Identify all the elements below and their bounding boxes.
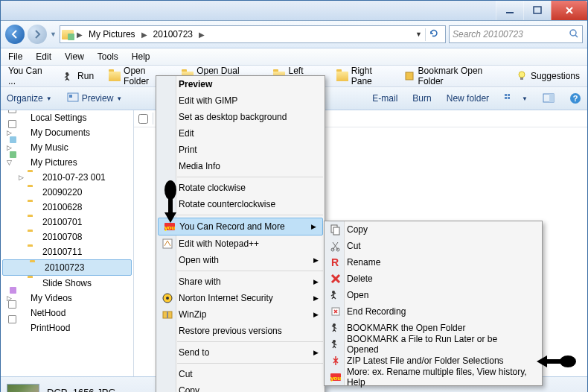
menu-item[interactable]: Media Info	[156, 158, 325, 174]
close-button[interactable]	[551, 1, 587, 20]
menu-item[interactable]: Print	[156, 142, 325, 158]
svg-rect-4	[406, 72, 413, 80]
menu-item[interactable]: WinZip▶	[156, 306, 325, 323]
menu-item[interactable]: Cut	[325, 238, 542, 254]
history-dropdown-icon[interactable]: ▼	[50, 31, 57, 38]
tree-item[interactable]: ▷My Documents	[1, 125, 133, 140]
menu-item[interactable]: Rotate counterclockwise	[156, 196, 325, 212]
menu-item[interactable]: Open	[325, 287, 542, 303]
breadcrumb-seg-2[interactable]: 20100723	[150, 27, 196, 42]
menu-item[interactable]: youYou Can Record and More▶	[158, 218, 323, 235]
svg-rect-14	[549, 94, 554, 102]
tree-item[interactable]: PrintHood	[1, 320, 133, 335]
newfolder-button[interactable]: New folder	[447, 93, 489, 104]
wz-icon	[161, 308, 174, 321]
expand-twisty-icon[interactable]: ▷	[17, 174, 25, 181]
annotation-arrow-2	[535, 353, 577, 370]
menu-item-label: Edit with GIMP	[179, 95, 237, 106]
tree-item[interactable]: Slide Shows	[1, 276, 133, 291]
svg-rect-10	[508, 94, 510, 96]
tree-item[interactable]: ▽My Pictures	[1, 155, 133, 170]
more-icon: you	[329, 370, 342, 384]
folder-icon	[16, 127, 28, 138]
tree-item[interactable]: 20090220	[1, 185, 133, 200]
menu-item[interactable]: Copy	[325, 221, 542, 238]
menu-item-label: Open	[347, 290, 368, 300]
address-bar[interactable]: ▶ My Pictures ▶ 20100723 ▶ ▼	[60, 25, 446, 43]
menu-item[interactable]: Edit with Notepad++	[156, 235, 325, 252]
tree-item[interactable]: NetHood	[1, 306, 133, 320]
tree-item[interactable]: 20100628	[1, 200, 133, 215]
menu-help[interactable]: Help	[132, 51, 150, 62]
menu-tools[interactable]: Tools	[98, 51, 118, 62]
breadcrumb-separator-icon[interactable]: ▶	[140, 31, 149, 39]
toolbar-suggestions[interactable]: Suggestions	[513, 69, 583, 83]
menu-item[interactable]: BOOKMARK a File to Run Later or be Opene…	[325, 336, 542, 353]
menu-item[interactable]: Copy	[156, 382, 325, 392]
menu-item[interactable]: End Recording	[325, 303, 542, 320]
tree-item[interactable]: ▷My Videos	[1, 291, 133, 306]
menu-item[interactable]: Preview	[156, 76, 325, 92]
svg-text:?: ?	[573, 94, 578, 103]
menu-item-label: Copy	[179, 385, 199, 392]
breadcrumb-separator-icon[interactable]: ▶	[75, 31, 84, 39]
folder-tree[interactable]: Local Settings▷My Documents▷My Music▽My …	[1, 110, 134, 376]
forward-button[interactable]	[28, 25, 47, 44]
menu-item[interactable]: youMore: ex. Rename multiple files, View…	[325, 369, 542, 385]
tree-item-label: NetHood	[31, 308, 65, 318]
search-input[interactable]: Search 20100723	[449, 25, 583, 43]
toolbar-rightpane[interactable]: Right Pane	[333, 64, 392, 88]
menu-item[interactable]: Cut	[156, 366, 325, 382]
email-button[interactable]: E-mail	[372, 93, 397, 104]
tree-item[interactable]: 20100708	[1, 230, 133, 244]
toolbar-run[interactable]: Run	[60, 69, 97, 83]
expand-twisty-icon[interactable]: ▽	[5, 159, 13, 166]
help-button[interactable]: ?	[569, 92, 581, 104]
menu-item[interactable]: Rotate clockwise	[156, 180, 325, 196]
menu-item[interactable]: Open with▶	[156, 252, 325, 268]
file-thumbnail	[7, 384, 39, 393]
expand-twisty-icon[interactable]: ▷	[5, 129, 13, 136]
menu-item[interactable]: Delete	[325, 271, 542, 287]
tree-item[interactable]: ▷2010-07-23 001	[1, 170, 133, 185]
preview-pane-button[interactable]	[543, 93, 555, 104]
menu-edit[interactable]: Edit	[36, 51, 51, 62]
address-dropdown-icon[interactable]: ▼	[415, 31, 422, 38]
menu-item-label: You Can Record and More	[179, 221, 285, 232]
folder-icon	[109, 70, 121, 82]
refresh-button[interactable]	[425, 28, 442, 41]
menu-item[interactable]: Norton Internet Security▶	[156, 290, 325, 306]
menu-item[interactable]: Edit with GIMP	[156, 92, 325, 109]
burn-button[interactable]: Burn	[412, 93, 431, 104]
menu-item[interactable]: Edit	[156, 125, 325, 142]
menu-item[interactable]: Share with▶	[156, 274, 325, 290]
preview-button[interactable]: Preview ▼	[67, 92, 123, 105]
expand-twisty-icon[interactable]: ▷	[5, 144, 13, 151]
folder-icon	[16, 113, 28, 123]
menu-item[interactable]: Restore previous versions	[156, 323, 325, 339]
tree-item[interactable]: ▷My Music	[1, 140, 133, 155]
menu-item[interactable]: Send to▶	[156, 344, 325, 361]
tree-item[interactable]: 20100711	[1, 244, 133, 259]
breadcrumb-separator-icon[interactable]: ▶	[197, 31, 206, 39]
maximize-button[interactable]	[523, 1, 551, 20]
tree-item-label: 20100701	[42, 217, 82, 227]
tree-item[interactable]: 20100723	[2, 259, 132, 276]
menu-file[interactable]: File	[8, 51, 22, 62]
breadcrumb-seg-1[interactable]: My Pictures	[86, 27, 138, 42]
toolbar-youcan[interactable]: You Can ...	[5, 64, 51, 88]
menu-item[interactable]: RRename	[325, 254, 542, 271]
tree-item[interactable]: Local Settings	[1, 110, 133, 125]
back-button[interactable]	[5, 25, 25, 44]
bmf-icon	[329, 321, 342, 335]
select-all-checkbox[interactable]	[138, 114, 148, 124]
submenu-arrow-icon: ▶	[313, 256, 319, 264]
view-options-button[interactable]: ▼	[504, 93, 528, 104]
toolbar-bookmark[interactable]: Bookmark Open Folder	[401, 64, 504, 88]
tree-item[interactable]: 20100701	[1, 215, 133, 230]
menu-view[interactable]: View	[65, 51, 84, 62]
organize-button[interactable]: Organize ▼	[7, 93, 52, 104]
minimize-button[interactable]	[496, 1, 523, 20]
tree-item-label: My Videos	[31, 293, 72, 303]
menu-item[interactable]: Set as desktop background	[156, 109, 325, 125]
